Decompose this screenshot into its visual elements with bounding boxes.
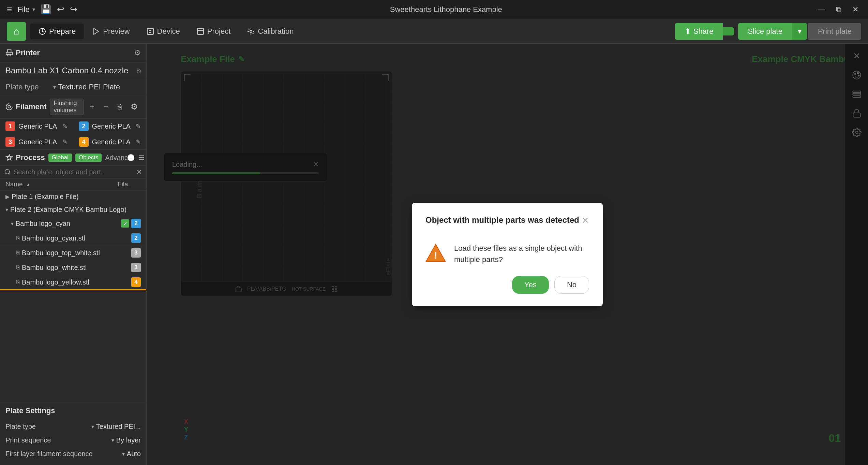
plate-type-row[interactable]: Plate type ▾ Textured PEI Plate xyxy=(0,79,146,95)
file-menu-arrow: ▾ xyxy=(32,6,35,13)
tree-item-bambu-cyan[interactable]: ▾ Bambu logo_cyan ✓ 2 xyxy=(0,216,146,231)
filament-add-button[interactable]: + xyxy=(87,101,97,112)
tree-item-yellow-stl[interactable]: ⎘ Bambu logo_yellow.stl 4 xyxy=(0,275,146,290)
filament-name-3: Generic PLA xyxy=(18,138,59,146)
plate2-name: Plate 2 (Example CMYK Bambu Logo) xyxy=(10,206,141,214)
topnav: ⌂ Prepare Preview Device Project Calibra… xyxy=(0,19,868,44)
tree-item-white-stl[interactable]: ⎘ Bambu logo_white.stl 3 xyxy=(0,260,146,275)
svg-rect-6 xyxy=(8,54,11,56)
filament-edit-2[interactable]: ✎ xyxy=(136,122,141,130)
setting-first-layer-value[interactable]: ▾ Auto xyxy=(122,450,141,458)
undo-button[interactable]: ↩ xyxy=(57,4,64,15)
share-button[interactable]: ⬆ Share xyxy=(675,23,723,40)
bambu-cyan-expand-icon: ▾ xyxy=(11,220,14,227)
filament-copy-button[interactable]: ⎘ xyxy=(114,101,124,112)
bambu-cyan-num: 2 xyxy=(131,219,141,228)
tree-item-white-top-stl[interactable]: ⎘ Bambu logo_top_white.stl 3 xyxy=(0,246,146,260)
maximize-button[interactable]: ⧉ xyxy=(833,4,844,15)
cyan-stl-num: 2 xyxy=(131,233,141,243)
white-stl-name: Bambu logo_white.stl xyxy=(22,264,131,272)
save-button[interactable]: 💾 xyxy=(41,4,51,15)
setting-print-sequence-value[interactable]: ▾ By layer xyxy=(111,436,141,444)
printer-external-link[interactable]: ⎋ xyxy=(137,67,141,75)
printer-section-title: Printer xyxy=(5,48,40,57)
cyan-stl-file-icon: ⎘ xyxy=(16,235,20,241)
modal-overlay[interactable]: Object with multiple parts was detected … xyxy=(147,44,868,465)
filament-name-1: Generic PLA xyxy=(18,122,59,130)
process-icon xyxy=(5,154,13,161)
objects-tag[interactable]: Objects xyxy=(75,154,102,162)
setting-plate-type[interactable]: Plate type ▾ Textured PEI... xyxy=(5,420,141,434)
filament-title: Filament xyxy=(5,102,46,111)
filament-remove-button[interactable]: − xyxy=(101,101,111,112)
project-tab[interactable]: Project xyxy=(188,24,239,39)
svg-point-4 xyxy=(250,30,252,32)
device-tab[interactable]: Device xyxy=(138,24,188,39)
prepare-tab[interactable]: Prepare xyxy=(30,24,84,39)
modal-title: Object with multiple parts was detected xyxy=(425,215,579,225)
modal-actions: Yes No xyxy=(425,276,589,294)
filament-section-header: Filament Flushing volumes + − ⎘ ⚙ xyxy=(0,95,146,119)
share-arrow-button[interactable] xyxy=(723,27,734,35)
no-button[interactable]: No xyxy=(554,276,589,294)
filament-item-2[interactable]: 2 Generic PLA ✎ xyxy=(74,119,147,134)
project-icon xyxy=(196,27,205,35)
menu-icon[interactable]: ≡ xyxy=(7,4,12,15)
tree-item-cyan-stl[interactable]: ⎘ Bambu logo_cyan.stl 2 xyxy=(0,231,146,246)
preview-tab[interactable]: Preview xyxy=(84,24,138,39)
search-bar: ✕ xyxy=(0,166,146,178)
white-num: 3 xyxy=(131,263,141,272)
filament-item-4[interactable]: 4 Generic PLA ✎ xyxy=(74,134,147,149)
yes-button[interactable]: Yes xyxy=(512,276,549,294)
tree-list[interactable]: ▶ Plate 1 (Example File) ▾ Plate 2 (Exam… xyxy=(0,190,146,402)
modal-header: Object with multiple parts was detected … xyxy=(425,215,589,234)
modal-close-button[interactable]: ✕ xyxy=(582,215,589,226)
filament-name-4: Generic PLA xyxy=(92,138,133,146)
plate-type-value[interactable]: ▾ Textured PEI Plate xyxy=(53,83,120,91)
list-view-button[interactable]: ☰ xyxy=(138,154,145,162)
filament-icon xyxy=(5,103,13,111)
search-input[interactable] xyxy=(14,168,134,176)
white-top-num: 3 xyxy=(131,248,141,258)
svg-rect-3 xyxy=(197,28,204,34)
bambu-cyan-check: ✓ xyxy=(121,219,129,228)
flushing-volumes-badge[interactable]: Flushing volumes xyxy=(50,99,84,115)
file-menu[interactable]: File ▾ xyxy=(17,5,35,14)
setting-plate-type-value[interactable]: ▾ Textured PEI... xyxy=(91,423,141,431)
setting-print-sequence[interactable]: Print sequence ▾ By layer xyxy=(5,434,141,447)
filament-item-3[interactable]: 3 Generic PLA ✎ xyxy=(0,134,73,149)
sort-arrow: ▲ xyxy=(26,182,31,187)
yellow-file-icon: ⎘ xyxy=(16,279,20,285)
print-plate-button[interactable]: Print plate xyxy=(808,23,861,40)
minimize-button[interactable]: — xyxy=(815,4,828,15)
process-section-header: Process Global Objects Advance ☰ ⚙ xyxy=(0,150,146,166)
close-button[interactable]: ✕ xyxy=(850,4,861,15)
tree-col-fila: Fila. xyxy=(114,180,134,188)
filament-edit-1[interactable]: ✎ xyxy=(62,122,68,130)
tree-col-name[interactable]: Name ▲ xyxy=(5,180,114,188)
printer-gear-button[interactable]: ⚙ xyxy=(134,48,141,57)
filament-edit-4[interactable]: ✎ xyxy=(136,138,141,146)
tree-item-plate2[interactable]: ▾ Plate 2 (Example CMYK Bambu Logo) xyxy=(0,203,146,216)
home-button[interactable]: ⌂ xyxy=(7,22,26,41)
filament-edit-3[interactable]: ✎ xyxy=(62,138,68,146)
setting-plate-type-label: Plate type xyxy=(5,423,87,431)
left-panel: Printer ⚙ Bambu Lab X1 Carbon 0.4 nozzle… xyxy=(0,44,147,465)
modal-body: ! Load these files as a single object wi… xyxy=(425,243,589,265)
search-clear-button[interactable]: ✕ xyxy=(136,168,142,176)
file-menu-label[interactable]: File xyxy=(17,5,29,14)
tree-item-plate1[interactable]: ▶ Plate 1 (Example File) xyxy=(0,190,146,203)
filament-settings-button[interactable]: ⚙ xyxy=(128,101,141,112)
setting-first-layer[interactable]: First layer filament sequence ▾ Auto xyxy=(5,447,141,461)
redo-button[interactable]: ↪ xyxy=(70,4,77,15)
calibration-label: Calibration xyxy=(258,27,294,36)
svg-rect-2 xyxy=(147,28,153,34)
filament-num-4: 4 xyxy=(79,137,89,147)
filament-item-1[interactable]: 1 Generic PLA ✎ xyxy=(0,119,73,134)
slice-arrow-button[interactable]: ▾ xyxy=(792,23,807,40)
global-tag[interactable]: Global xyxy=(48,154,72,162)
calibration-tab[interactable]: Calibration xyxy=(239,24,302,39)
slice-button[interactable]: Slice plate xyxy=(738,23,792,40)
yellow-num: 4 xyxy=(131,277,141,287)
yellow-stl-name: Bambu logo_yellow.stl xyxy=(22,278,131,286)
